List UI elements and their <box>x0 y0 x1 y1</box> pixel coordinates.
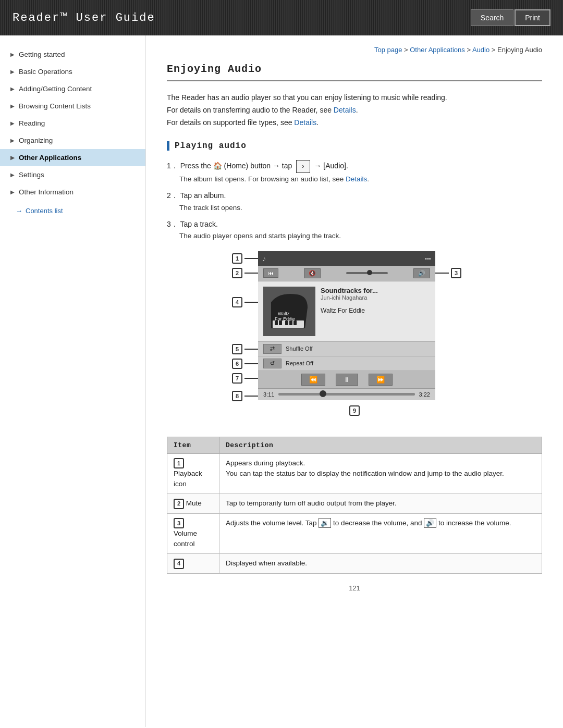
breadcrumb-top[interactable]: Top page <box>374 46 402 54</box>
table-row: 4 Displayed when available. <box>167 554 542 573</box>
section-heading: Playing audio <box>167 141 542 151</box>
album-art-svg: Waltz For Eddie <box>263 287 315 336</box>
table-cell-item-2: 2 Mute <box>167 494 219 513</box>
player-controls-bar: ⏮ 🔇 🔊 <box>258 266 435 281</box>
arrow-right-icon: → <box>16 207 22 215</box>
table-cell-desc-2: Tap to temporarily turn off audio output… <box>219 494 542 513</box>
chevron-right-icon: ▶ <box>10 172 15 178</box>
num-circle-1: 1 <box>174 458 184 468</box>
main-content: Top page > Other Applications > Audio > … <box>146 35 563 727</box>
num-9-circle: 9 <box>349 405 360 416</box>
svg-text:For Eddie: For Eddie <box>275 316 295 322</box>
repeat-button[interactable]: ↺ <box>263 359 282 368</box>
num-circle-2: 2 <box>174 499 184 509</box>
player-mockup: 1 ♪ ▪▪▪ 2 <box>258 251 435 400</box>
item-label-3: Volumecontrol <box>174 529 197 548</box>
num-5-circle: 5 <box>232 344 242 354</box>
sidebar-item-label: Other Information <box>19 188 74 196</box>
table-row: 1 Playbackicon Appears during playback. … <box>167 453 542 494</box>
breadcrumb-audio[interactable]: Audio <box>472 46 489 54</box>
num-2-circle: 2 <box>232 268 242 278</box>
vol-up-btn[interactable]: 🔊 <box>413 268 430 278</box>
shuffle-label: Shuffle Off <box>286 346 313 352</box>
sidebar-item-basic-operations[interactable]: ▶ Basic Operations <box>0 63 145 80</box>
table-cell-desc-1: Appears during playback. You can tap the… <box>219 453 542 494</box>
label-1: 1 <box>232 253 258 264</box>
label-4: 4 <box>232 297 258 307</box>
chevron-right-icon: ▶ <box>10 69 15 75</box>
tap-box: › <box>296 160 310 173</box>
breadcrumb: Top page > Other Applications > Audio > … <box>167 46 542 54</box>
contents-list-link[interactable]: → Contents list <box>0 201 145 221</box>
mute-btn[interactable]: 🔇 <box>304 268 321 278</box>
sidebar-item-other-information[interactable]: ▶ Other Information <box>0 183 145 201</box>
progress-end: 3:22 <box>419 391 430 398</box>
prev-btn[interactable]: ⏮ <box>263 268 278 278</box>
sidebar-item-settings[interactable]: ▶ Settings <box>0 166 145 183</box>
search-button[interactable]: Search <box>471 9 513 26</box>
player-top-bar: ♪ ▪▪▪ <box>258 251 435 266</box>
player-album-section: Waltz For Eddie Soundtracks for... Jun-i… <box>258 281 435 342</box>
table-cell-item-4: 4 <box>167 554 219 573</box>
sidebar-item-label: Adding/Getting Content <box>19 85 92 93</box>
sidebar-item-organizing[interactable]: ▶ Organizing <box>0 132 145 149</box>
header-buttons: Search Print <box>471 9 550 26</box>
num-8-circle: 8 <box>232 391 242 401</box>
details-link-2[interactable]: Details <box>294 118 316 127</box>
app-title: Reader™ User Guide <box>13 11 155 24</box>
step-2-num: 2． <box>167 191 178 200</box>
num-7-circle: 7 <box>232 373 242 384</box>
chevron-right-icon: ▶ <box>10 189 15 195</box>
album-info: Soundtracks for... Jun-ichi Nagahara Wal… <box>321 287 430 336</box>
print-button[interactable]: Print <box>515 9 550 26</box>
details-link-1[interactable]: Details <box>334 106 356 114</box>
player-progress-bar: 3:11 3:22 <box>258 389 435 400</box>
item-label-1: Playbackicon <box>174 470 202 488</box>
repeat-label: Repeat Off <box>286 360 313 366</box>
vol-down-icon: 🔉 <box>319 518 331 528</box>
num-4-circle: 4 <box>232 297 242 307</box>
shuffle-button[interactable]: ⇄ <box>263 344 282 354</box>
sidebar-item-adding-content[interactable]: ▶ Adding/Getting Content <box>0 80 145 97</box>
label-7: 7 <box>232 373 258 384</box>
player-shuffle-row: ⇄ Shuffle Off <box>258 342 435 356</box>
slider-track <box>346 272 388 274</box>
steps: 1． Press the 🏠 (Home) button → tap › → [… <box>167 160 542 241</box>
album-title: Soundtracks for... <box>321 287 430 294</box>
album-artist: Jun-ichi Nagahara <box>321 294 430 301</box>
breadcrumb-current: Enjoying Audio <box>497 46 542 54</box>
album-track: Waltz For Eddie <box>321 307 430 314</box>
details-link-3[interactable]: Details <box>346 175 367 183</box>
sidebar-item-label: Browsing Content Lists <box>19 102 91 110</box>
table-cell-desc-4: Displayed when available. <box>219 554 542 573</box>
sidebar-item-other-applications[interactable]: ▶ Other Applications <box>0 149 145 166</box>
sidebar-item-label: Basic Operations <box>19 68 72 76</box>
label-3: 3 <box>435 268 461 278</box>
sidebar: ▶ Getting started ▶ Basic Operations ▶ A… <box>0 35 146 727</box>
volume-slider <box>346 272 388 274</box>
breadcrumb-other-apps[interactable]: Other Applications <box>410 46 465 54</box>
chevron-right-icon: ▶ <box>10 138 15 143</box>
slider-thumb <box>367 270 372 275</box>
sidebar-item-browsing-content[interactable]: ▶ Browsing Content Lists <box>0 97 145 115</box>
sidebar-item-getting-started[interactable]: ▶ Getting started <box>0 46 145 63</box>
rewind-button[interactable]: ⏪ <box>301 374 325 386</box>
num-circle-3: 3 <box>174 518 184 528</box>
sidebar-item-label: Reading <box>19 119 45 127</box>
intro-text: The Reader has an audio player so that y… <box>167 92 542 129</box>
table-cell-desc-3: Adjusts the volume level. Tap 🔉 to decre… <box>219 513 542 554</box>
svg-text:Waltz: Waltz <box>278 311 290 316</box>
num-circle-4: 4 <box>174 559 184 569</box>
step-1-num: 1． <box>167 162 178 170</box>
intro-line-3: For details on supported file types, see… <box>167 117 542 129</box>
pause-button[interactable]: ⏸ <box>336 374 358 386</box>
table-row: 3 Volumecontrol Adjusts the volume level… <box>167 513 542 554</box>
sidebar-item-reading[interactable]: ▶ Reading <box>0 115 145 132</box>
label-8: 8 <box>232 391 258 401</box>
vol-up-icon: 🔊 <box>424 518 436 528</box>
table-header-desc: Description <box>219 437 542 453</box>
num-6-circle: 6 <box>232 359 242 369</box>
fast-forward-button[interactable]: ⏩ <box>369 374 393 386</box>
chevron-right-icon: ▶ <box>10 103 15 109</box>
step-2: 2． Tap an album. The track list opens. <box>167 190 542 213</box>
